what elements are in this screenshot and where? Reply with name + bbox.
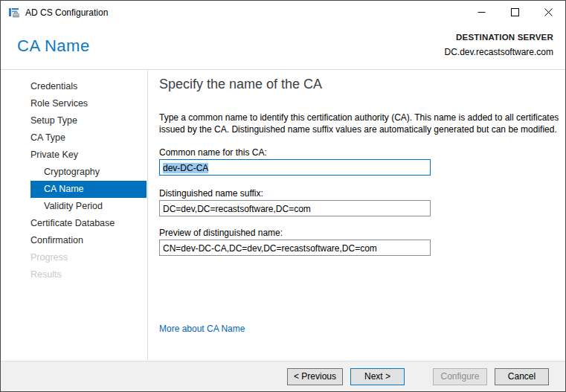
maximize-icon (511, 8, 519, 16)
sidebar-item-label: Role Services (30, 98, 88, 109)
sidebar-item-private-key[interactable]: Private Key (30, 147, 147, 164)
sidebar-item-credentials[interactable]: Credentials (30, 78, 147, 95)
destination-server-label: DESTINATION SERVER (445, 30, 554, 45)
section-heading: Specify the name of the CA (159, 77, 565, 92)
sidebar-item-label: Certificate Database (30, 218, 115, 228)
more-about-ca-name-link[interactable]: More about CA Name (159, 324, 245, 334)
common-name-label: Common name for this CA: (159, 147, 565, 158)
destination-block: DESTINATION SERVER DC.dev.recastsoftware… (445, 30, 554, 60)
next-button[interactable]: Next > (350, 368, 405, 385)
minimize-icon (477, 8, 486, 16)
sidebar-item-results: Results (30, 266, 147, 283)
configure-button: Configure (433, 368, 487, 385)
sidebar-item-label: Private Key (30, 150, 78, 160)
sidebar-item-ca-type[interactable]: CA Type (30, 129, 147, 147)
sidebar-item-ca-name[interactable]: CA Name (30, 181, 147, 198)
minimize-button[interactable] (465, 1, 498, 24)
sidebar-item-cryptography[interactable]: Cryptography (30, 164, 147, 181)
preview-distinguished-name-input[interactable]: CN=dev-DC-CA,DC=dev,DC=recastsoftware,DC… (159, 240, 431, 256)
section-description: Type a common name to identify this cert… (159, 112, 565, 135)
distinguished-name-suffix-input[interactable]: DC=dev,DC=recastsoftware,DC=com (159, 200, 431, 216)
close-icon (544, 8, 553, 16)
sidebar-divider (147, 70, 148, 360)
sidebar-item-label: Validity Period (44, 201, 103, 211)
wizard-page-content: Specify the name of the CA Type a common… (159, 70, 565, 360)
sidebar-item-label: CA Name (44, 184, 84, 194)
sidebar-item-certificate-database[interactable]: Certificate Database (30, 215, 147, 232)
adcs-configuration-window: AD CS Configuration CA Name DESTINATION … (0, 0, 566, 392)
previous-button[interactable]: < Previous (287, 368, 343, 385)
sidebar-item-confirmation[interactable]: Confirmation (30, 232, 147, 249)
destination-server-value: DC.dev.recastsoftware.com (445, 45, 554, 60)
wizard-footer: < Previous Next > Configure Cancel (1, 361, 565, 391)
sidebar-item-label: Confirmation (30, 235, 83, 245)
sidebar-item-label: Results (30, 269, 62, 280)
close-button[interactable] (532, 1, 565, 24)
titlebar: AD CS Configuration (1, 1, 565, 24)
window-title: AD CS Configuration (25, 7, 108, 18)
distinguished-name-suffix-label: Distinguished name suffix: (159, 188, 565, 199)
window-controls (465, 1, 565, 24)
sidebar-item-setup-type[interactable]: Setup Type (30, 112, 147, 129)
sidebar-item-label: Setup Type (30, 115, 77, 126)
sidebar-item-progress: Progress (30, 249, 147, 266)
cancel-button[interactable]: Cancel (495, 368, 549, 385)
sidebar-item-label: Progress (30, 252, 68, 263)
sidebar-item-role-services[interactable]: Role Services (30, 95, 147, 112)
preview-distinguished-name-label: Preview of distinguished name: (159, 228, 565, 238)
page-title: CA Name (17, 36, 90, 56)
adcs-app-icon (8, 7, 20, 19)
sidebar-item-label: CA Type (30, 132, 65, 143)
common-name-input[interactable]: dev-DC-CA (159, 159, 431, 176)
wizard-steps-sidebar: Credentials Role Services Setup Type CA … (1, 70, 147, 360)
selected-text: dev-DC-CA (163, 163, 208, 173)
sidebar-item-validity-period[interactable]: Validity Period (30, 198, 147, 215)
sidebar-item-label: Credentials (30, 81, 77, 91)
wizard-header: CA Name DESTINATION SERVER DC.dev.recast… (1, 24, 565, 69)
sidebar-item-label: Cryptography (44, 167, 100, 177)
maximize-button[interactable] (498, 1, 532, 24)
